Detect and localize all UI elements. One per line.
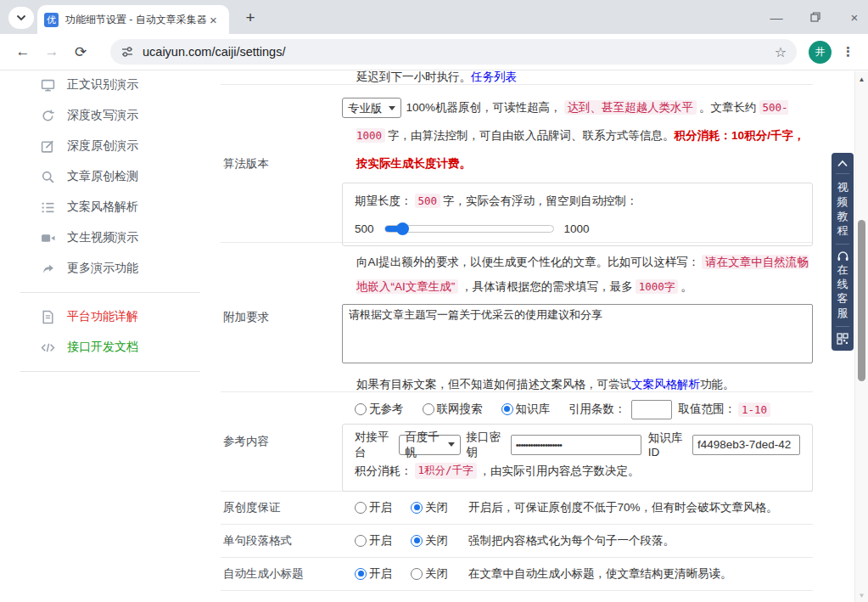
url-text[interactable]: ucaiyun.com/caiji/settings/ [143, 45, 775, 59]
scrollbar-down-arrow[interactable]: ▼ [855, 592, 868, 599]
radio-label: 知识库 [516, 402, 551, 417]
widget-divider [836, 326, 849, 327]
video-camera-icon [41, 231, 55, 245]
row-label: 算法版本 [221, 85, 342, 242]
length-value: 500 [415, 194, 441, 208]
bookmark-star-icon[interactable]: ☆ [775, 44, 787, 60]
sidebar: 正文识别演示 深度改写演示 深度原创演示 文章原创检测 文案风格解析 文生视频演… [0, 70, 221, 380]
sidebar-item-api-docs[interactable]: 接口开发文档 [0, 332, 221, 363]
tab-title: 功能细节设置 - 自动文章采集器 [65, 13, 208, 27]
minimize-button[interactable]: — [770, 10, 783, 25]
kb-id-input[interactable] [692, 435, 800, 455]
scrollbar-up-arrow[interactable]: ▲ [855, 76, 868, 83]
radio-paragraph-off[interactable] [411, 535, 423, 547]
ref-cost-value: 1积分/千字 [415, 463, 477, 479]
edit-icon [41, 139, 55, 154]
widget-divider [836, 173, 849, 174]
row-originality-guarantee: 原创度保证 开启 关闭 开启后，可保证原创度不低于70%，但有时会破坏文章风格。 [221, 491, 813, 524]
page-scrollbar[interactable]: ▲ ▼ [854, 71, 868, 602]
sidebar-item-label: 文生视频演示 [67, 230, 138, 245]
sidebar-item-text-to-video[interactable]: 文生视频演示 [0, 222, 221, 253]
browser-tab[interactable]: 优 功能细节设置 - 自动文章采集器 × [37, 5, 229, 34]
style-analysis-link[interactable]: 文案风格解析 [631, 378, 700, 391]
sidebar-item-deep-original[interactable]: 深度原创演示 [0, 131, 221, 161]
page-content: 正文识别演示 深度改写演示 深度原创演示 文章原创检测 文案风格解析 文生视频演… [0, 71, 868, 602]
site-settings-icon[interactable] [120, 45, 134, 59]
sidebar-item-style-analysis[interactable]: 文案风格解析 [0, 192, 221, 222]
radio-originality-off[interactable] [411, 502, 423, 514]
online-support-button[interactable]: 在线客服 [837, 262, 848, 320]
sidebar-item-deep-rewrite[interactable]: 深度改写演示 [0, 100, 221, 131]
api-key-input[interactable] [511, 435, 641, 455]
toggle-description: 强制把内容格式化为每个句子一个段落。 [468, 533, 675, 549]
quote-count-label: 引用条数： [568, 402, 626, 417]
radio-label: 开启 [369, 533, 392, 549]
tab-strip: 优 功能细节设置 - 自动文章采集器 × + — × [0, 0, 868, 34]
refresh-button[interactable]: ⟳ [70, 43, 92, 61]
new-tab-button[interactable]: + [239, 7, 261, 29]
qr-code-icon[interactable] [837, 333, 848, 345]
chevron-down-icon [16, 14, 26, 21]
row-label: 参考内容 [221, 392, 342, 491]
close-button[interactable]: × [848, 10, 861, 25]
radio-paragraph-on[interactable] [355, 535, 367, 547]
browser-menu-icon[interactable]: ⋮ [842, 44, 854, 59]
row-label: 自动生成小标题 [221, 558, 342, 590]
kb-id-label: 知识库ID [648, 430, 687, 459]
toggle-description: 开启后，可保证原创度不低于70%，但有时会破坏文章风格。 [468, 500, 778, 515]
sidebar-item-content-recognition[interactable]: 正文识别演示 [0, 70, 221, 100]
tab-search-button[interactable] [8, 7, 34, 29]
restore-button[interactable] [809, 10, 822, 25]
radio-web-search[interactable] [423, 403, 434, 415]
sidebar-item-label: 正文识别演示 [67, 77, 138, 93]
radio-knowledge-base[interactable] [501, 403, 513, 415]
search-icon [41, 170, 55, 184]
range-label: 取值范围： [679, 402, 736, 417]
radio-label: 开启 [369, 566, 392, 582]
radio-originality-on[interactable] [355, 502, 367, 514]
platform-select[interactable]: 百度千帆 [399, 435, 461, 455]
algorithm-version-select[interactable]: 专业版 [342, 98, 401, 118]
document-icon [41, 310, 55, 324]
sidebar-item-originality-check[interactable]: 文章原创检测 [0, 161, 221, 192]
extra-requirements-textarea[interactable]: 请根据文章主题写一篇关于优采云的使用建议和分享 [342, 304, 813, 363]
row-label: 附加要求 [221, 243, 342, 391]
slider-thumb[interactable] [396, 222, 409, 235]
sidebar-item-label: 接口开发文档 [67, 340, 138, 355]
ref-cost-label: 积分消耗： [355, 464, 412, 479]
video-tutorial-button[interactable]: 视频教程 [837, 180, 848, 238]
sidebar-item-platform-docs[interactable]: 平台功能详解 [0, 301, 221, 332]
widget-divider [836, 244, 849, 245]
select-caret-icon [448, 442, 455, 447]
style-hint: 如果有目标文案，但不知道如何描述文案风格，可尝试文案风格解析功能。 [342, 376, 813, 393]
site-favicon-icon: 优 [44, 13, 59, 27]
length-setting-box: 期望长度：500字，实际会有浮动，留空则自动控制： 500 1000 [342, 183, 813, 246]
row-label: 原创度保证 [221, 492, 342, 524]
notice-text: 延迟到下一小时执行。 [356, 70, 471, 83]
forward-button[interactable]: → [41, 43, 63, 60]
quote-count-input[interactable] [631, 400, 672, 419]
url-bar[interactable]: ucaiyun.com/caiji/settings/ ☆ [110, 39, 797, 65]
tab-close-icon[interactable]: × [210, 13, 217, 27]
browser-toolbar: ← → ⟳ ucaiyun.com/caiji/settings/ ☆ 井 ⋮ [0, 34, 868, 70]
api-key-label: 接口密钥 [466, 430, 505, 460]
profile-avatar[interactable]: 井 [809, 41, 832, 64]
radio-subheadings-on[interactable] [355, 568, 367, 580]
slider-min-label: 500 [355, 222, 374, 235]
radio-no-reference[interactable] [355, 403, 367, 415]
sidebar-item-more-demos[interactable]: 更多演示功能 [0, 253, 221, 284]
reference-mode-radios: 无参考 联网搜索 知识库 引用条数： 取值范围： 1-10 [342, 400, 813, 419]
length-slider[interactable] [384, 225, 554, 233]
row-single-sentence-paragraph: 单句段落格式 开启 关闭 强制把内容格式化为每个句子一个段落。 [221, 524, 813, 557]
back-to-top-icon[interactable] [837, 160, 848, 167]
scrollbar-thumb[interactable] [858, 220, 865, 381]
knowledge-base-box: 对接平台 百度千帆 接口密钥 知识库ID 积分消耗：1积分/千字，由实际引用内容… [342, 424, 813, 492]
task-list-link[interactable]: 任务列表 [471, 70, 517, 83]
back-button[interactable]: ← [12, 43, 34, 60]
highlight-text: 达到、甚至超越人类水平 [564, 100, 697, 115]
toggle-description: 在文章中自动生成小标题，使文章结构更清晰易读。 [468, 566, 732, 582]
sidebar-item-label: 深度改写演示 [67, 108, 138, 123]
row-separator [221, 590, 813, 591]
radio-label: 无参考 [369, 402, 404, 417]
radio-subheadings-off[interactable] [411, 568, 423, 580]
